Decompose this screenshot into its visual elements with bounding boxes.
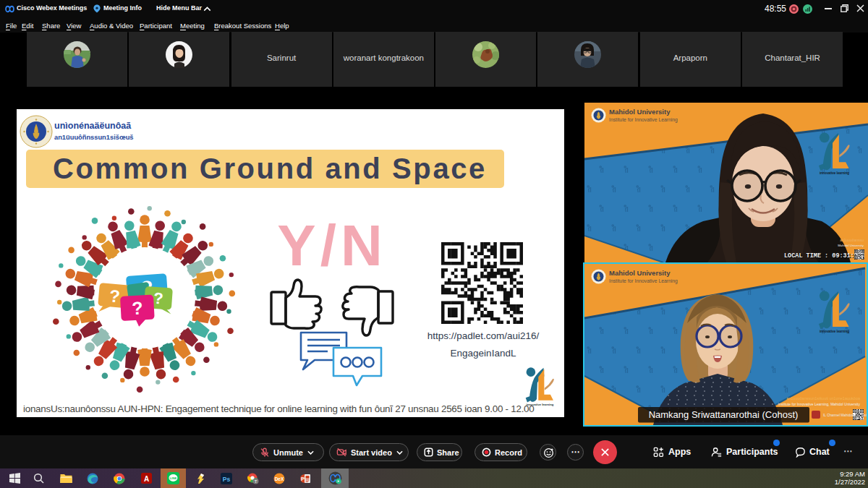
svg-text:P: P: [301, 476, 305, 482]
svg-text:LINE: LINE: [170, 476, 177, 480]
svg-text:Institute for Innovative Learn: Institute for Innovative Learning, Mahid…: [778, 402, 861, 406]
svg-text:Y/N: Y/N: [277, 213, 386, 278]
svg-text:https://padlet.com/aui216/: https://padlet.com/aui216/: [427, 330, 540, 341]
svg-text:ionansUs:naunôonssu AUN-HPN: E: ionansUs:naunôonssu AUN-HPN: Engagement …: [23, 403, 535, 414]
svg-text:an1üuuôñnssun1sišœuš: an1üuuôñnssun1sišœuš: [54, 134, 134, 141]
svg-text:Namkang Sriwattanarothai (Coh: Namkang Sriwattanarothai (Cohost): [649, 409, 799, 420]
svg-text:innovative learning: innovative learning: [820, 171, 849, 175]
svg-text:?: ?: [109, 286, 121, 306]
svg-text:LOCAL TIME : 09:31:2: LOCAL TIME : 09:31:2: [784, 252, 858, 260]
svg-text:A: A: [143, 475, 148, 483]
svg-text:Mahidol University: Mahidol University: [609, 108, 671, 116]
svg-text:Institute for Innovative Learn: Institute for Innovative Learning: [609, 117, 678, 123]
svg-text:an1uuuôanssun1sišuuš un1one1aų: an1uuuôanssun1sišuuš un1one1aųukôoa: [786, 396, 861, 401]
svg-text:Common Ground and Space: Common Ground and Space: [53, 153, 487, 184]
svg-text:Institute for Innovative Learn: Institute for Innovative Learning: [609, 278, 678, 284]
svg-text:EngageinIandL: EngageinIandL: [451, 348, 516, 359]
svg-text:an1uuuôanssu: an1uuuôanssu: [840, 238, 864, 242]
svg-text:Mahidol University: Mahidol University: [837, 244, 864, 247]
svg-text:Ps: Ps: [223, 475, 231, 482]
svg-text:?: ?: [153, 289, 163, 308]
svg-text:Mahidol University: Mahidol University: [609, 269, 671, 277]
svg-text:?: ?: [131, 297, 143, 318]
svg-text:DeX: DeX: [275, 476, 284, 481]
svg-text:T: T: [255, 479, 258, 484]
svg-text:unìonénaäëunôaã: unìonénaäëunôaã: [54, 121, 131, 131]
svg-text:innovative learning: innovative learning: [820, 330, 849, 333]
